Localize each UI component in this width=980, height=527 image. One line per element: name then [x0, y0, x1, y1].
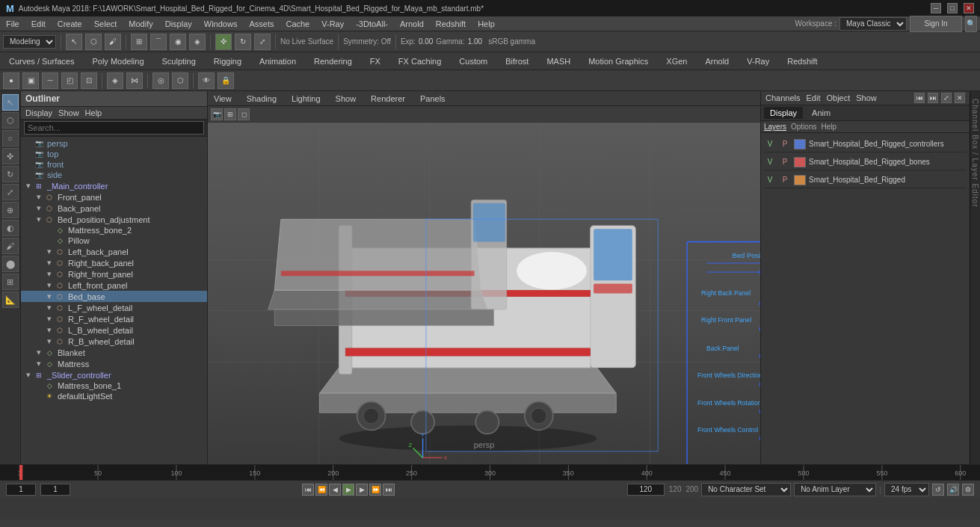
- poly-select-button[interactable]: ▣: [22, 73, 39, 89]
- current-frame-input[interactable]: [6, 484, 36, 496]
- outliner-menu-display[interactable]: Display: [25, 108, 52, 117]
- tree-arrow[interactable]: ▾: [34, 348, 43, 357]
- tab-rendering[interactable]: Rendering: [308, 55, 358, 67]
- next-key-button[interactable]: ⏭: [928, 93, 938, 103]
- anim-tab[interactable]: Anim: [806, 107, 836, 119]
- minimize-button[interactable]: ─: [931, 3, 941, 13]
- search-maya-button[interactable]: 🔍: [965, 16, 977, 32]
- tree-item[interactable]: ☀defaultLightSet: [21, 391, 207, 401]
- object-mode-button[interactable]: ●: [3, 73, 19, 89]
- channels-label[interactable]: Channels: [765, 93, 800, 102]
- tree-item[interactable]: 📷persp: [21, 138, 207, 149]
- vp-menu-panels[interactable]: Panels: [417, 94, 449, 103]
- viewport-canvas[interactable]: Bed Position Adjustment Right Back Panel…: [208, 123, 760, 464]
- tree-item[interactable]: ◇Mattress_bone_1: [21, 380, 207, 391]
- tree-item[interactable]: ▾⬡Bed_position_adjustment: [21, 214, 207, 225]
- tab-animation[interactable]: Animation: [253, 55, 302, 67]
- tree-item[interactable]: ▾⬡Front_panel: [21, 191, 207, 203]
- tree-arrow[interactable]: ▾: [45, 336, 54, 346]
- tab-poly-modeling[interactable]: Poly Modeling: [86, 55, 150, 67]
- options-tab[interactable]: Options: [791, 123, 816, 131]
- timeline-bar[interactable]: 1 50 100 150 200 250 300 350 400 450: [0, 465, 980, 480]
- outliner-search-input[interactable]: [24, 121, 204, 135]
- tab-rigging[interactable]: Rigging: [208, 55, 247, 67]
- hide-button[interactable]: 👁: [198, 73, 215, 89]
- menu-item-create[interactable]: Create: [55, 19, 85, 28]
- show-manip-icon[interactable]: ⊞: [2, 274, 19, 290]
- select-tool-button[interactable]: ↖: [66, 34, 82, 50]
- menu-item-redshift[interactable]: Redshift: [433, 19, 469, 28]
- tree-item[interactable]: 📷side: [21, 170, 207, 180]
- viewport-panel[interactable]: ViewShadingLightingShowRendererPanels 📷 …: [208, 91, 760, 464]
- layer-color-swatch[interactable]: [794, 139, 806, 150]
- outliner-menu-help[interactable]: Help: [85, 108, 102, 117]
- tab-redshift[interactable]: Redshift: [781, 55, 823, 67]
- workspace-dropdown[interactable]: Maya Classic: [839, 17, 907, 31]
- range-end-input[interactable]: [627, 484, 665, 496]
- tab-arnold[interactable]: Arnold: [699, 55, 735, 67]
- tab-xgen[interactable]: XGen: [660, 55, 693, 67]
- tab-custom[interactable]: Custom: [453, 55, 493, 67]
- next-key-play-button[interactable]: ▶: [356, 484, 368, 496]
- layers-tab[interactable]: Layers: [764, 123, 786, 131]
- wireframe-button[interactable]: ⬡: [172, 73, 188, 89]
- isolate-button[interactable]: 🔒: [218, 73, 234, 89]
- tree-arrow[interactable]: ▾: [45, 280, 54, 290]
- crease-button[interactable]: ⋈: [126, 73, 143, 89]
- wireframe-display-button[interactable]: ◻: [238, 108, 250, 120]
- tree-arrow[interactable]: ▾: [34, 192, 43, 202]
- layer-color-swatch[interactable]: [794, 175, 806, 185]
- scale-icon[interactable]: ⤢: [2, 184, 19, 200]
- tree-arrow[interactable]: ▾: [34, 203, 43, 213]
- prev-key-button[interactable]: ⏮: [914, 93, 925, 103]
- prev-frame-button[interactable]: ⏪: [315, 484, 327, 496]
- tree-arrow[interactable]: ▾: [45, 314, 54, 324]
- layer-color-swatch[interactable]: [794, 157, 806, 167]
- outliner-menu-show[interactable]: Show: [58, 108, 79, 117]
- loop-button[interactable]: ↺: [932, 484, 944, 496]
- workspace-selector[interactable]: Workspace : Maya Classic Sign In 🔍: [795, 16, 977, 32]
- tab-v-ray[interactable]: V-Ray: [741, 55, 775, 67]
- snap-surface-button[interactable]: ◈: [189, 34, 206, 50]
- goto-end-button[interactable]: ⏭: [383, 484, 395, 496]
- vp-menu-show[interactable]: Show: [333, 94, 360, 103]
- tree-arrow[interactable]: ▾: [34, 215, 43, 224]
- menu-item-windows[interactable]: Windows: [201, 19, 241, 28]
- move-icon[interactable]: ✜: [2, 148, 19, 164]
- menu-item-vray[interactable]: V-Ray: [318, 19, 347, 28]
- snap-icon[interactable]: 📐: [2, 292, 19, 308]
- tree-arrow[interactable]: ▾: [45, 325, 54, 335]
- xray-button[interactable]: ◎: [152, 73, 169, 89]
- tree-item[interactable]: 📷top: [21, 149, 207, 159]
- window-controls[interactable]: ─ □ ✕: [931, 3, 974, 13]
- vp-menu-view[interactable]: View: [211, 94, 235, 103]
- help-tab[interactable]: Help: [821, 123, 836, 131]
- snap-grid-button[interactable]: ⊞: [131, 34, 147, 50]
- tree-item[interactable]: ▾⊞_Main_controller: [21, 180, 207, 191]
- vp-menu-lighting[interactable]: Lighting: [289, 94, 324, 103]
- layer-playback[interactable]: P: [779, 140, 791, 148]
- tab-curves---surfaces[interactable]: Curves / Surfaces: [3, 55, 80, 67]
- tree-arrow[interactable]: ▾: [45, 258, 54, 268]
- edge-select-button[interactable]: ─: [42, 73, 58, 89]
- tab-fx-caching[interactable]: FX Caching: [392, 55, 447, 67]
- rotate-tool-button[interactable]: ↻: [235, 34, 251, 50]
- tree-item[interactable]: ▾⬡Right_back_panel: [21, 257, 207, 268]
- display-tab[interactable]: Display: [764, 107, 803, 119]
- menu-item-arnold[interactable]: Arnold: [397, 19, 427, 28]
- prev-key-play-button[interactable]: ◀: [329, 484, 341, 496]
- next-frame-button[interactable]: ⏩: [369, 484, 381, 496]
- uv-select-button[interactable]: ⊡: [81, 73, 97, 89]
- menu-item-edit[interactable]: Edit: [28, 19, 49, 28]
- layer-playback[interactable]: P: [779, 176, 791, 184]
- paint-select-icon[interactable]: ⬡: [2, 112, 19, 129]
- tree-item[interactable]: ▾◇Mattress: [21, 358, 207, 369]
- audio-button[interactable]: 🔊: [947, 484, 959, 496]
- snap-curve-button[interactable]: ⌒: [150, 34, 167, 50]
- menu-item-help[interactable]: Help: [475, 19, 498, 28]
- object-label[interactable]: Object: [826, 93, 850, 102]
- layer-visibility[interactable]: V: [764, 158, 776, 166]
- close-panel-button[interactable]: ✕: [955, 93, 965, 103]
- mode-dropdown[interactable]: Modeling: [3, 35, 56, 49]
- universal-icon[interactable]: ⊕: [2, 202, 19, 218]
